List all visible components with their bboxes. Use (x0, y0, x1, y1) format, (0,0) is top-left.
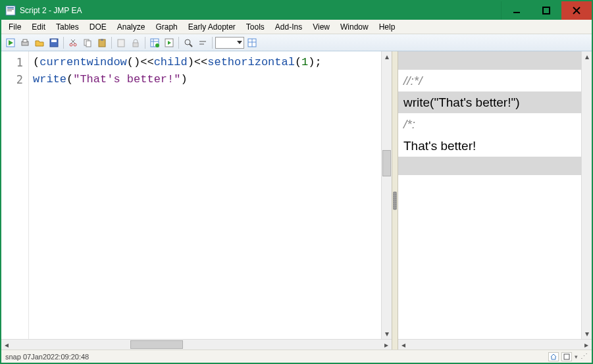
zoom-button[interactable] (182, 36, 195, 49)
window-controls (501, 1, 592, 20)
output-comment-line: /*: (398, 113, 581, 135)
app-icon (5, 5, 16, 16)
save-icon (49, 38, 59, 48)
menu-add-ins[interactable]: Add-Ins (271, 21, 307, 33)
run-script-button[interactable] (4, 36, 17, 49)
menu-analyze[interactable]: Analyze (113, 21, 150, 33)
print-button[interactable] (18, 36, 32, 49)
status-home-button[interactable] (548, 352, 559, 361)
code-token: ); (308, 56, 321, 68)
menu-help[interactable]: Help (374, 21, 400, 33)
menu-graph[interactable]: Graph (151, 21, 182, 33)
svg-point-30 (185, 39, 190, 45)
table-icon (247, 38, 257, 48)
hscroll-track (409, 340, 581, 350)
minimize-button[interactable] (501, 1, 531, 20)
run-selection-icon (164, 38, 174, 48)
paste-button[interactable] (95, 36, 109, 49)
editor-horizontal-scrollbar[interactable]: ◂ ▸ (1, 339, 392, 350)
svg-rect-13 (51, 39, 57, 42)
scroll-left-icon[interactable]: ◂ (1, 340, 12, 350)
titlebar: Script 2 - JMP EA (1, 1, 592, 20)
menubar: FileEditTablesDOEAnalyzeGraphEarly Adopt… (1, 20, 592, 34)
status-right: ▾ ⋰ (548, 352, 588, 361)
copy-icon (82, 38, 93, 48)
scroll-right-icon[interactable]: ▸ (581, 340, 592, 350)
toolbar-combo[interactable] (215, 37, 244, 49)
svg-rect-2 (7, 9, 14, 10)
toolbar-separator (178, 37, 179, 49)
code-token: currentwindow (39, 56, 127, 68)
code-editor[interactable]: (currentwindow()<<child)<<sethorizontal(… (29, 51, 381, 339)
copy-button[interactable] (81, 36, 94, 49)
splitter-grip-icon (393, 192, 397, 210)
pane-splitter[interactable] (392, 51, 398, 350)
cut-button[interactable] (66, 36, 80, 49)
table-new-button[interactable] (148, 36, 161, 49)
table-new-icon (149, 38, 160, 48)
close-button[interactable] (561, 1, 592, 20)
save-button[interactable] (47, 36, 61, 49)
split-panes: 12 (currentwindow()<<child)<<sethorizont… (1, 51, 592, 350)
menu-view[interactable]: View (308, 21, 334, 33)
scroll-left-icon[interactable]: ◂ (398, 340, 409, 350)
menu-doe[interactable]: DOE (85, 21, 111, 33)
hscroll-thumb[interactable] (130, 340, 183, 349)
menu-file[interactable]: File (4, 21, 26, 33)
home-icon (550, 353, 557, 360)
svg-rect-38 (564, 354, 569, 359)
toolbar-separator (145, 37, 145, 49)
scroll-up-icon[interactable]: ▴ (582, 51, 592, 62)
toolbar (1, 34, 592, 51)
output-pane: //:*/write("That's better!")/*:That's be… (398, 51, 592, 350)
editor-vertical-scrollbar[interactable]: ▴ ▾ (381, 51, 392, 339)
resize-grip-icon[interactable]: ⋰ (580, 352, 588, 361)
status-box-button[interactable] (561, 352, 572, 361)
lock-button[interactable] (129, 36, 142, 49)
scroll-up-icon[interactable]: ▴ (382, 51, 392, 62)
code-token: write (33, 73, 66, 86)
menu-window[interactable]: Window (336, 21, 373, 33)
code-token: () (127, 56, 140, 68)
menu-early-adopter[interactable]: Early Adopter (184, 21, 240, 33)
scroll-down-icon[interactable]: ▾ (582, 328, 592, 339)
table-button[interactable] (245, 36, 259, 49)
svg-line-31 (190, 44, 192, 47)
cut-icon (68, 38, 78, 48)
open-button[interactable] (33, 36, 46, 49)
svg-marker-37 (551, 354, 556, 359)
line-number: 2 (1, 71, 23, 88)
output-vertical-scrollbar[interactable]: ▴ ▾ (581, 51, 592, 339)
output-body: //:*/write("That's better!")/*:That's be… (398, 51, 592, 339)
svg-point-14 (70, 43, 72, 46)
code-token: sethorizontal (207, 56, 295, 68)
svg-point-15 (74, 43, 76, 46)
vscroll-thumb[interactable] (382, 150, 391, 176)
output-log[interactable]: //:*/write("That's better!")/*:That's be… (398, 51, 581, 339)
menu-tools[interactable]: Tools (242, 21, 269, 33)
menu-tables[interactable]: Tables (51, 21, 84, 33)
editor-body: 12 (currentwindow()<<child)<<sethorizont… (1, 51, 392, 339)
scroll-right-icon[interactable]: ▸ (381, 340, 392, 350)
toolbar-separator (63, 37, 64, 49)
code-token: ( (33, 56, 39, 68)
code-token: << (194, 56, 207, 68)
code-line: (currentwindow()<<child)<<sethorizontal(… (33, 54, 377, 71)
status-dropdown-icon[interactable]: ▾ (575, 353, 578, 360)
maximize-button[interactable] (531, 1, 561, 20)
find-button[interactable] (196, 36, 209, 49)
statusbar: snap 07Jan2022:09:20:48 ▾ ⋰ (1, 350, 592, 363)
clipboard-button[interactable] (115, 36, 128, 49)
zoom-icon (183, 38, 193, 48)
maximize-icon (542, 7, 550, 14)
run-script-icon (5, 38, 16, 48)
open-icon (34, 38, 45, 48)
app-window: Script 2 - JMP EA FileEditTablesDOEAnaly… (0, 0, 593, 364)
scroll-down-icon[interactable]: ▾ (382, 328, 392, 339)
run-selection-button[interactable] (163, 36, 176, 49)
lock-icon (130, 38, 141, 48)
code-token: child (154, 56, 188, 68)
box-icon (563, 353, 570, 360)
menu-edit[interactable]: Edit (27, 21, 50, 33)
output-horizontal-scrollbar[interactable]: ◂ ▸ (398, 339, 592, 350)
